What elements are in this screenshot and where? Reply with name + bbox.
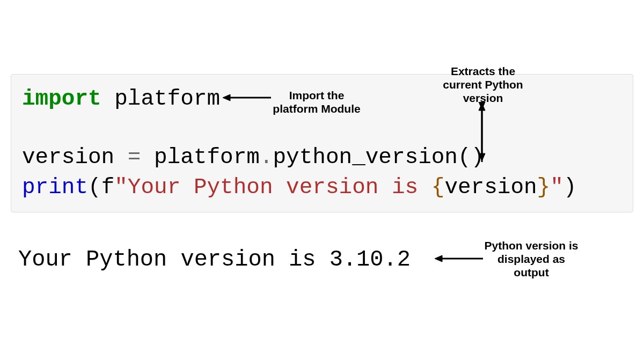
print-fn: print xyxy=(22,175,88,200)
blank-line xyxy=(22,114,622,143)
code-line-3: print(f"Your Python version is {version}… xyxy=(22,173,622,202)
quote-open: " xyxy=(114,175,128,200)
keyword-import: import xyxy=(22,86,101,111)
annotation-output: Python version is displayed as output xyxy=(483,239,580,280)
module-name: platform xyxy=(101,86,220,111)
f-prefix: f xyxy=(101,175,115,200)
paren-open: ( xyxy=(88,175,101,200)
var-ref: version xyxy=(444,175,537,200)
annotation-extract: Extracts the current Python version xyxy=(435,64,531,105)
svg-marker-8 xyxy=(435,255,442,262)
arrow-output-icon xyxy=(435,253,483,264)
paren-close: ) xyxy=(564,175,577,200)
svg-marker-1 xyxy=(223,94,230,101)
dot-op: . xyxy=(260,145,273,170)
svg-marker-6 xyxy=(479,103,485,111)
annotation-import: Import the platform Module xyxy=(268,89,365,115)
assign-op: = xyxy=(128,145,154,170)
variable-name: version xyxy=(22,145,128,170)
brace-open: { xyxy=(431,175,445,200)
arrow-import-icon xyxy=(223,92,271,103)
object-ref: platform xyxy=(154,145,260,170)
arrow-extract-up-icon xyxy=(477,103,487,162)
quote-close: " xyxy=(550,175,564,200)
output-text: Your Python version is 3.10.2 xyxy=(18,247,411,273)
code-line-2: version = platform.python_version() xyxy=(22,143,622,172)
string-literal: Your Python version is xyxy=(128,175,431,200)
brace-close: } xyxy=(537,175,551,200)
method-name: python_version xyxy=(273,145,458,170)
